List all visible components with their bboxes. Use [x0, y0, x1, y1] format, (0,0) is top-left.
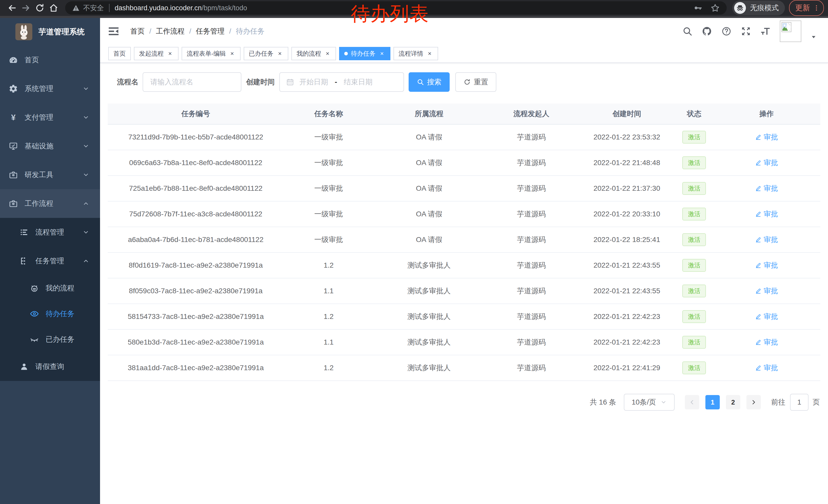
tab-5[interactable]: 我的流程×: [291, 47, 336, 60]
incognito-icon: [736, 4, 744, 12]
tab-label: 流程表单-编辑: [187, 49, 226, 58]
sidebar-item-5[interactable]: 研发工具: [0, 161, 100, 189]
approve-link[interactable]: 审批: [755, 235, 778, 244]
breadcrumb-item-3[interactable]: 任务管理: [196, 27, 225, 36]
approve-link[interactable]: 审批: [755, 209, 778, 219]
sidebar-item-1[interactable]: 首页: [0, 46, 100, 74]
search-button[interactable]: 搜索: [409, 72, 450, 92]
tab-label: 流程详情: [399, 49, 423, 58]
close-icon[interactable]: ×: [277, 50, 283, 57]
edit-icon: [755, 288, 761, 294]
close-icon[interactable]: ×: [379, 50, 385, 57]
tab-4[interactable]: 已办任务×: [244, 47, 288, 60]
approve-link[interactable]: 审批: [755, 158, 778, 168]
approve-link-label: 审批: [763, 337, 778, 347]
sidebar-item-3[interactable]: ¥支付管理: [0, 103, 100, 132]
help-icon[interactable]: [721, 26, 732, 36]
cell-task-name: 1.1: [284, 338, 373, 346]
cell-initiator: 芋道源码: [485, 261, 578, 270]
tab-6[interactable]: 待办任务×: [339, 47, 390, 60]
bookmark-star-icon[interactable]: [710, 3, 720, 13]
sidebar-item-10[interactable]: 待办任务: [0, 301, 100, 327]
back-icon: [7, 3, 17, 13]
table-header-row: 任务编号任务名称所属流程流程发起人创建时间状态操作: [108, 103, 820, 125]
user-icon: [19, 362, 29, 371]
toolbox-icon: [9, 170, 18, 179]
kebab-menu-icon[interactable]: [813, 4, 820, 12]
cell-created-time: 2022-01-22 18:25:41: [578, 236, 676, 244]
sidebar-item-2[interactable]: 系统管理: [0, 74, 100, 103]
sidebar-logo[interactable]: 芋道管理系统: [0, 18, 100, 46]
status-badge: 激活: [682, 284, 706, 297]
sidebar-item-label: 首页: [25, 55, 39, 65]
avatar[interactable]: [780, 20, 801, 42]
approve-link[interactable]: 审批: [755, 312, 778, 321]
tab-3[interactable]: 流程表单-编辑×: [181, 47, 241, 60]
close-icon[interactable]: ×: [167, 50, 173, 57]
browser-home-button[interactable]: [47, 1, 60, 15]
cell-status: 激活: [676, 259, 713, 272]
search-icon[interactable]: [682, 26, 693, 36]
sidebar-item-12[interactable]: 请假查询: [0, 352, 100, 381]
browser-forward-button[interactable]: [19, 1, 33, 15]
fullscreen-icon[interactable]: [741, 26, 751, 36]
hamburger-icon[interactable]: [108, 26, 120, 37]
chevron-down-icon: [661, 399, 667, 405]
pagination: 共 16 条 10条/页 12 前往 页: [108, 394, 820, 411]
date-range-picker[interactable]: 开始日期 - 结束日期: [279, 72, 404, 92]
filter-form: 流程名 创建时间 开始日期 - 结束日期 搜索 重置: [108, 72, 820, 92]
sidebar-item-7[interactable]: 流程管理: [0, 218, 100, 246]
sidebar-item-11[interactable]: 已办任务: [0, 327, 100, 352]
approve-link-label: 审批: [763, 312, 778, 321]
goto-page-input[interactable]: [790, 394, 809, 411]
table-row-1: 73211d9d-7b9b-11ec-b5b7-acde48001122一级审批…: [108, 125, 820, 150]
password-key-icon[interactable]: [693, 3, 703, 12]
update-label: 更新: [795, 3, 810, 13]
breadcrumb-item-1[interactable]: 首页: [130, 27, 145, 36]
browser-back-button[interactable]: [5, 1, 19, 15]
sidebar-item-8[interactable]: 任务管理: [0, 246, 100, 275]
tab-2[interactable]: 发起流程×: [134, 47, 178, 60]
browser-update-button[interactable]: 更新: [789, 0, 824, 16]
cell-action: 审批: [713, 286, 820, 296]
next-page-button[interactable]: [746, 395, 761, 409]
column-header: 流程发起人: [485, 109, 578, 119]
reset-button[interactable]: 重置: [455, 72, 496, 92]
close-icon[interactable]: ×: [229, 50, 236, 57]
briefcase-icon: [9, 199, 18, 208]
close-icon[interactable]: ×: [426, 50, 433, 57]
close-icon[interactable]: ×: [324, 50, 331, 57]
sidebar-item-6[interactable]: 工作流程: [0, 189, 100, 218]
breadcrumb-separator: /: [149, 27, 151, 35]
avatar-caret-down-icon[interactable]: [811, 34, 817, 40]
approve-link[interactable]: 审批: [755, 261, 778, 270]
tab-1[interactable]: 首页: [108, 47, 131, 60]
list-tree-icon: [19, 228, 29, 237]
prev-page-button[interactable]: [685, 395, 699, 409]
approve-link[interactable]: 审批: [755, 184, 778, 193]
approve-link[interactable]: 审批: [755, 286, 778, 296]
font-size-icon[interactable]: [760, 26, 771, 36]
address-bar[interactable]: 不安全 dashboard.yudao.iocoder.cn /bpm/task…: [65, 1, 727, 15]
browser-reload-button[interactable]: [33, 1, 47, 15]
cell-process: OA 请假: [373, 235, 485, 244]
reset-button-label: 重置: [474, 77, 488, 87]
security-label[interactable]: 不安全: [83, 3, 104, 12]
page-unit-label: 页: [813, 397, 820, 407]
process-name-input[interactable]: [142, 72, 241, 92]
tab-7[interactable]: 流程详情×: [394, 47, 438, 60]
tags-view-bar: 首页发起流程×流程表单-编辑×已办任务×我的流程×待办任务×流程详情×: [100, 45, 828, 63]
page-size-select[interactable]: 10条/页: [624, 394, 675, 411]
cell-task-id: 8f059c03-7ac8-11ec-a9e2-a2380e71991a: [108, 287, 284, 295]
incognito-avatar: [734, 2, 746, 14]
sidebar-item-9[interactable]: 我的流程: [0, 275, 100, 301]
approve-link[interactable]: 审批: [755, 337, 778, 347]
github-icon[interactable]: [702, 26, 712, 36]
approve-link[interactable]: 审批: [755, 363, 778, 373]
breadcrumb-item-2[interactable]: 工作流程: [156, 27, 185, 36]
page-button-2[interactable]: 2: [726, 395, 740, 409]
sidebar-item-4[interactable]: 基础设施: [0, 132, 100, 161]
header-actions: [682, 20, 817, 42]
approve-link[interactable]: 审批: [755, 132, 778, 142]
page-button-1[interactable]: 1: [705, 395, 720, 409]
